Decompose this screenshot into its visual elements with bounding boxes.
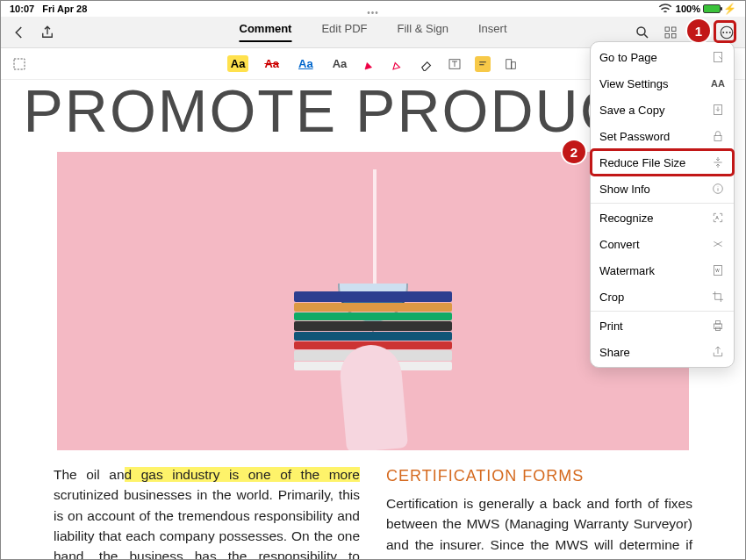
body-text: scrutinized businesses in the world. Pri… [54, 487, 360, 559]
goto-icon [711, 50, 725, 64]
menu-set-password[interactable]: Set Password [591, 123, 734, 149]
highlight-tool[interactable]: Aa [227, 55, 249, 72]
menu-watermark[interactable]: WatermarkW [591, 257, 734, 284]
text-columns: The oil and gas industry is one of the m… [1, 450, 745, 559]
search-button[interactable] [635, 25, 650, 40]
status-date: Fri Apr 28 [42, 4, 87, 14]
svg-rect-11 [506, 59, 512, 68]
battery-icon [703, 4, 721, 13]
battery-pct: 100% [676, 4, 700, 14]
selection-tool[interactable] [11, 56, 27, 72]
marker-tool[interactable] [391, 56, 406, 72]
menu-crop[interactable]: Crop [591, 284, 734, 310]
left-column: The oil and gas industry is one of the m… [54, 464, 360, 559]
svg-rect-22 [715, 327, 720, 330]
underline-tool[interactable]: Aa [295, 55, 317, 72]
svg-text:W: W [715, 269, 720, 273]
stamp-tool[interactable] [503, 56, 519, 72]
share-icon [711, 345, 725, 359]
squiggly-tool[interactable]: Aa [329, 55, 351, 72]
status-time: 10:07 [10, 4, 34, 14]
grid-button[interactable] [663, 25, 678, 40]
svg-rect-13 [714, 53, 721, 62]
annotation-highlight-more [714, 20, 736, 43]
menu-save-copy[interactable]: Save a Copy [591, 97, 734, 123]
menu-reduce-file-size[interactable]: Reduce File Size [591, 149, 734, 176]
svg-rect-15 [714, 135, 721, 140]
more-menu: Go to Page View SettingsAA Save a Copy S… [590, 41, 735, 368]
drag-handle-icon: ••• [367, 8, 379, 18]
tab-comment[interactable]: Comment [239, 22, 291, 42]
status-right: 100% ⚡ [657, 1, 736, 17]
note-tool[interactable] [475, 56, 491, 72]
text-size-icon: AA [711, 76, 725, 90]
svg-rect-2 [672, 27, 677, 32]
mode-tabs: Comment Edit PDF Fill & Sign Insert [239, 22, 506, 42]
watermark-icon: W [711, 263, 725, 277]
annotation-badge-1: 1 [687, 19, 710, 42]
tab-fill-sign[interactable]: Fill & Sign [397, 22, 448, 42]
menu-recognize[interactable]: RecognizeA [591, 205, 734, 231]
svg-rect-4 [672, 33, 677, 38]
wifi-icon [657, 1, 673, 17]
svg-rect-9 [14, 59, 25, 69]
textbox-tool[interactable] [447, 56, 463, 72]
charging-icon: ⚡ [723, 3, 736, 15]
pen-tool[interactable] [362, 56, 378, 72]
tab-insert[interactable]: Insert [478, 22, 507, 42]
strikethrough-tool[interactable]: Aa [261, 55, 283, 72]
menu-share[interactable]: Share [591, 339, 734, 365]
body-text: The oil an [54, 467, 125, 482]
body-text: Certification is generally a back and fo… [386, 493, 692, 559]
menu-goto-page[interactable]: Go to Page [591, 44, 734, 70]
info-icon [711, 182, 725, 196]
save-icon [711, 103, 725, 117]
menu-convert[interactable]: Convert [591, 231, 734, 257]
section-heading: CERTIFICATION FORMS [386, 464, 692, 488]
print-icon [711, 319, 725, 333]
convert-icon [711, 237, 725, 251]
ocr-icon: A [711, 211, 725, 225]
lock-icon [711, 129, 725, 143]
highlighted-text: d gas industry is one of the more [125, 467, 360, 482]
menu-show-info[interactable]: Show Info [591, 176, 734, 202]
svg-rect-12 [512, 61, 516, 68]
svg-text:A: A [715, 215, 719, 220]
status-left: 10:07 Fri Apr 28 [10, 4, 87, 14]
compress-icon [711, 155, 725, 169]
eraser-tool[interactable] [419, 56, 434, 72]
svg-point-0 [637, 27, 645, 35]
menu-view-settings[interactable]: View SettingsAA [591, 70, 734, 97]
right-column: CERTIFICATION FORMS Certification is gen… [386, 464, 692, 559]
crop-icon [711, 290, 725, 304]
svg-rect-21 [715, 321, 720, 324]
svg-rect-1 [665, 27, 670, 32]
back-button[interactable] [11, 25, 27, 40]
menu-print[interactable]: Print [591, 312, 734, 339]
svg-rect-20 [714, 324, 721, 328]
tab-edit-pdf[interactable]: Edit PDF [321, 22, 367, 42]
svg-rect-3 [665, 33, 670, 38]
share-button[interactable] [39, 25, 55, 40]
annotation-badge-2: 2 [563, 140, 585, 163]
